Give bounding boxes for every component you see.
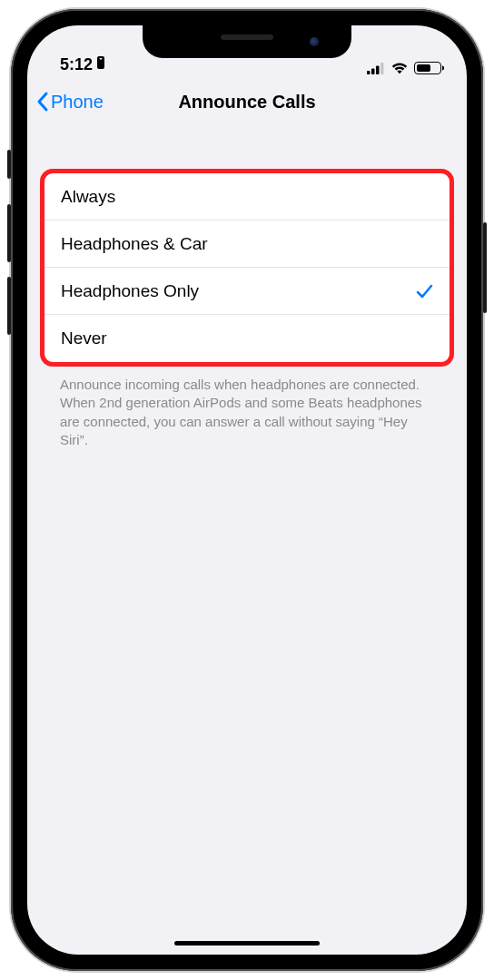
checkmark-icon [415, 282, 433, 300]
footer-description: Announce incoming calls when headphones … [40, 367, 454, 458]
announce-options-group: Always Headphones & Car Headphones Only … [40, 169, 454, 367]
svg-rect-4 [376, 65, 380, 74]
option-label: Never [61, 328, 107, 348]
status-left: 5:12 [60, 55, 107, 74]
wifi-icon [390, 62, 409, 74]
volume-down-btn [7, 277, 11, 335]
phone-frame: 5:12 [11, 9, 483, 971]
option-headphones-car[interactable]: Headphones & Car [44, 220, 450, 268]
speaker [221, 34, 273, 40]
activity-icon [94, 55, 107, 74]
page-title: Announce Calls [178, 92, 315, 113]
cellular-signal-icon [367, 63, 385, 74]
status-right [367, 62, 441, 74]
option-label: Always [61, 187, 115, 207]
screen: 5:12 [27, 25, 467, 955]
battery-icon [414, 62, 441, 74]
nav-bar: Phone Announce Calls [27, 76, 467, 127]
ring-switch [7, 150, 11, 179]
notch [143, 25, 351, 58]
chevron-left-icon [36, 91, 49, 113]
back-label: Phone [51, 92, 104, 113]
option-headphones-only[interactable]: Headphones Only [44, 268, 450, 315]
option-never[interactable]: Never [44, 315, 450, 362]
svg-rect-3 [371, 68, 375, 74]
home-indicator[interactable] [174, 941, 320, 946]
volume-up-btn [7, 204, 11, 262]
option-label: Headphones Only [61, 281, 199, 301]
power-button [483, 222, 487, 313]
back-button[interactable]: Phone [36, 91, 104, 113]
front-camera [310, 37, 319, 46]
status-time: 5:12 [60, 55, 93, 74]
svg-rect-1 [100, 58, 103, 60]
option-label: Headphones & Car [61, 234, 208, 254]
svg-rect-2 [367, 71, 370, 74]
option-always[interactable]: Always [44, 173, 450, 220]
content: Always Headphones & Car Headphones Only … [27, 169, 467, 458]
svg-rect-5 [380, 63, 384, 74]
